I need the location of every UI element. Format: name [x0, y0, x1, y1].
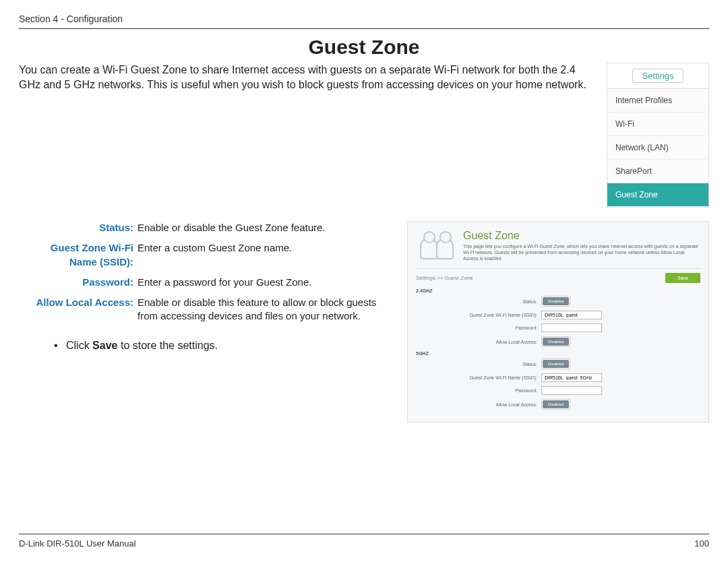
def-password-desc: Enter a password for your Guest Zone. [138, 276, 396, 289]
menu-item-shareport[interactable]: SharePort [607, 160, 708, 183]
def-ssid-desc: Enter a custom Guest Zone name. [138, 241, 396, 269]
input-ssid-24[interactable] [541, 311, 602, 319]
input-password-24[interactable] [541, 323, 602, 332]
label-status-24: Status: [416, 299, 541, 304]
def-ssid-term: Guest Zone Wi-Fi Name (SSID): [19, 241, 138, 269]
toggle-status-5[interactable]: Disabled [541, 358, 570, 369]
section-header: Section 4 - Configuration [19, 13, 709, 29]
app-description: This page lets you configure a Wi-Fi Gue… [463, 243, 700, 261]
band-24ghz-label: 2.4GHZ [416, 288, 700, 293]
label-allowlocal-24: Allow Local Access: [416, 340, 541, 344]
label-ssid-5: Guest Zone Wi-Fi Name (SSID): [416, 375, 541, 380]
menu-item-network-lan[interactable]: Network (LAN) [607, 136, 708, 160]
def-status-term: Status: [19, 221, 138, 235]
menu-item-wifi[interactable]: Wi-Fi [607, 113, 708, 136]
input-ssid-5[interactable] [541, 373, 602, 382]
intro-paragraph: You can create a Wi-Fi Guest Zone to sha… [19, 63, 590, 92]
label-allowlocal-5: Allow Local Access: [416, 402, 541, 407]
definitions-block: Status: Enable or disable the Guest Zone… [19, 221, 396, 423]
menu-item-internet-profiles[interactable]: Internet Profiles [607, 89, 708, 113]
label-password-24: Password: [416, 325, 541, 330]
app-title: Guest Zone [463, 230, 700, 242]
breadcrumb: Settings >> Guest Zone [416, 275, 473, 281]
guests-icon [416, 232, 456, 259]
toggle-allowlocal-5[interactable]: Disabled [541, 399, 570, 410]
def-password-term: Password: [19, 276, 138, 289]
def-local-desc: Enable or disable this feature to allow … [138, 296, 396, 323]
label-status-5: Status: [416, 362, 541, 367]
settings-button[interactable]: Settings [632, 69, 684, 83]
footer-page-number: 100 [694, 538, 709, 549]
guest-zone-app-screenshot: Guest Zone This page lets you configure … [407, 221, 709, 423]
save-instruction: •Click Save to store the settings. [19, 340, 396, 352]
band-5ghz-label: 5GHZ [416, 351, 700, 356]
page-title: Guest Zone [19, 36, 709, 59]
def-status-desc: Enable or disable the Guest Zone feature… [138, 221, 396, 235]
label-password-5: Password: [416, 388, 541, 393]
input-password-5[interactable] [541, 386, 602, 395]
def-local-term: Allow Local Access: [19, 296, 138, 323]
toggle-allowlocal-24[interactable]: Disabled [541, 336, 570, 347]
menu-item-guest-zone[interactable]: Guest Zone [607, 183, 708, 207]
toggle-status-24[interactable]: Disabled [541, 296, 570, 307]
save-button[interactable]: Save [665, 273, 700, 283]
settings-menu-screenshot: Settings Internet Profiles Wi-Fi Network… [607, 63, 709, 208]
footer-manual-name: D-Link DIR-510L User Manual [19, 538, 136, 549]
label-ssid-24: Guest Zone Wi-Fi Name (SSID): [416, 313, 541, 317]
